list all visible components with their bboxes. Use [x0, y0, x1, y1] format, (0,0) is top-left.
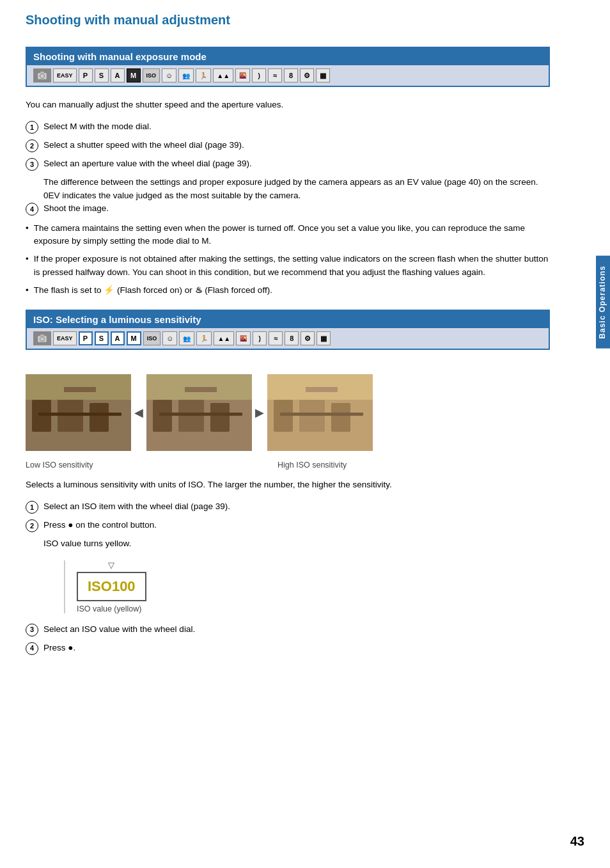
section2-mode-bar: EASY P S A M ISO ☺ 👥 🏃 ▲▲ 🌇 ) ≈ 8 ⚙ ▦ [27, 328, 549, 349]
photo-labels: Low ISO sensitivity High ISO sensitivity [26, 461, 550, 470]
mode-btn-night: ) [252, 68, 266, 83]
mode-btn-A: A [111, 68, 125, 83]
svg-rect-26 [306, 387, 338, 392]
section2-box: ISO: Selecting a luminous sensitivity EA… [26, 310, 550, 350]
side-tab: Basic Operations [596, 256, 610, 349]
page-number: 43 [570, 834, 584, 849]
step3: 3 Select an aperture value with the whee… [26, 157, 550, 171]
step3-sub: The difference between the settings and … [43, 176, 550, 202]
bullet1-dot: • [26, 222, 29, 235]
mode-btn2-people: 👥 [179, 331, 194, 345]
section1-box: Shooting with manual exposure mode EASY … [26, 47, 550, 87]
mode-btn-smile: ☺ [162, 68, 176, 83]
svg-rect-9 [90, 403, 109, 432]
bullet1: • The camera maintains the setting even … [26, 222, 550, 248]
section1-bullets: • The camera maintains the setting even … [26, 222, 550, 297]
svg-rect-12 [64, 387, 96, 392]
bullet1-text: The camera maintains the setting even wh… [34, 222, 550, 248]
mode-btn-people: 👥 [178, 68, 194, 83]
step1-num: 1 [26, 121, 38, 134]
svg-rect-23 [331, 403, 350, 432]
page-title: Shooting with manual adjustment [26, 13, 550, 28]
mode-btn-run: 🏃 [196, 68, 211, 83]
step2-text: Select a shutter speed with the wheel di… [43, 139, 244, 152]
mode-btn-S: S [95, 68, 109, 83]
s2-step3: 3 Select an ISO value with the wheel dia… [26, 623, 550, 636]
mid-photo [146, 374, 252, 451]
high-iso-photo [267, 374, 373, 451]
s2-step1-num: 1 [26, 501, 38, 514]
svg-rect-18 [159, 413, 242, 416]
svg-rect-25 [280, 413, 363, 416]
svg-rect-5 [40, 335, 44, 336]
bullet2: • If the proper exposure is not obtained… [26, 253, 550, 279]
step1-text: Select M with the mode dial. [43, 120, 152, 133]
mode-btn-easy: EASY [53, 68, 77, 83]
mode-btn2-easy: EASY [53, 331, 77, 345]
mode-btn2-mountain: ▲▲ [214, 331, 234, 345]
s2-step1: 1 Select an ISO item with the wheel dial… [26, 500, 550, 514]
mode-btn2-night: ) [253, 331, 267, 345]
mode-btn-camera [33, 68, 51, 83]
step4-text: Shoot the image. [43, 202, 109, 215]
mode-btn2-P: P [79, 331, 93, 345]
s2-step3-num: 3 [26, 624, 38, 636]
svg-rect-19 [185, 387, 217, 392]
mode-btn2-S: S [95, 331, 109, 345]
arrow-right: ▶ [255, 406, 264, 420]
mode-btn-iso: ISO [143, 68, 160, 83]
step4: 4 Shoot the image. [26, 202, 550, 216]
section2-steps-34: 3 Select an ISO value with the wheel dia… [26, 623, 550, 655]
section1-steps: 1 Select M with the mode dial. 2 Select … [26, 120, 550, 216]
s2-step2: 2 Press ● on the control button. [26, 519, 550, 532]
s2-step4: 4 Press ●. [26, 642, 550, 655]
section1-header: Shooting with manual exposure mode [27, 48, 549, 65]
bullet3-dot: • [26, 284, 29, 297]
s2-step2-num: 2 [26, 519, 38, 532]
s2-step2-sub: ISO value turns yellow. [43, 537, 550, 550]
mode-btn-gear: ⚙ [300, 68, 314, 83]
step2: 2 Select a shutter speed with the wheel … [26, 139, 550, 152]
section2-body: Selects a luminous sensitivity with unit… [26, 478, 550, 491]
mode-btn2-grid: ▦ [317, 331, 331, 345]
mode-btn-mountain: ▲▲ [213, 68, 233, 83]
bullet3: • The flash is set to ⚡ (Flash forced on… [26, 284, 550, 297]
s2-step1-text: Select an ISO item with the wheel dial (… [43, 500, 230, 513]
mode-btn2-smile: ☺ [162, 331, 177, 345]
mode-btn2-camera [33, 331, 51, 345]
section1-mode-bar: EASY P S A M ISO ☺ 👥 🏃 ▲▲ 🌇 ) ≈ 8 ⚙ ▦ [27, 65, 549, 86]
mode-btn2-M: M [127, 331, 141, 345]
mode-btn-sunset: 🌇 [235, 68, 250, 83]
mode-btn2-iso: ISO [143, 331, 161, 345]
svg-rect-2 [40, 72, 44, 73]
mode-btn2-sunset: 🌇 [236, 331, 251, 345]
mode-btn2-run: 🏃 [196, 331, 212, 345]
step3-text: Select an aperture value with the wheel … [43, 157, 252, 170]
iso-value: ISO100 [88, 578, 136, 594]
svg-rect-11 [38, 413, 121, 416]
section2-steps: 1 Select an ISO item with the wheel dial… [26, 500, 550, 550]
mode-btn2-gear: ⚙ [301, 331, 315, 345]
svg-rect-16 [210, 403, 230, 432]
photo-comparison: ◀ ▶ [26, 361, 550, 470]
s2-step3-text: Select an ISO value with the wheel dial. [43, 623, 195, 636]
photo-row: ◀ ▶ [26, 374, 550, 451]
step2-num: 2 [26, 139, 38, 152]
bullet3-text: The flash is set to ⚡ (Flash forced on) … [34, 284, 272, 297]
mode-btn2-8: 8 [285, 331, 299, 345]
iso-diagram: ▽ ISO100 ISO value (yellow) [64, 560, 550, 613]
high-iso-label: High ISO sensitivity [278, 461, 383, 470]
iso-value-label: ISO value (yellow) [77, 604, 146, 613]
mode-btn-8: 8 [284, 68, 298, 83]
low-iso-label: Low ISO sensitivity [26, 461, 131, 470]
mode-btn2-wave: ≈ [269, 331, 283, 345]
arrow-left: ◀ [134, 406, 143, 420]
mode-btn-grid: ▦ [316, 68, 330, 83]
mode-btn-M-active: M [127, 68, 141, 83]
s2-step2-text: Press ● on the control button. [43, 519, 157, 532]
step1: 1 Select M with the mode dial. [26, 120, 550, 134]
step4-num: 4 [26, 203, 38, 216]
section1-body: You can manually adjust the shutter spee… [26, 99, 550, 111]
section2-header: ISO: Selecting a luminous sensitivity [27, 311, 549, 328]
low-iso-photo [26, 374, 131, 451]
